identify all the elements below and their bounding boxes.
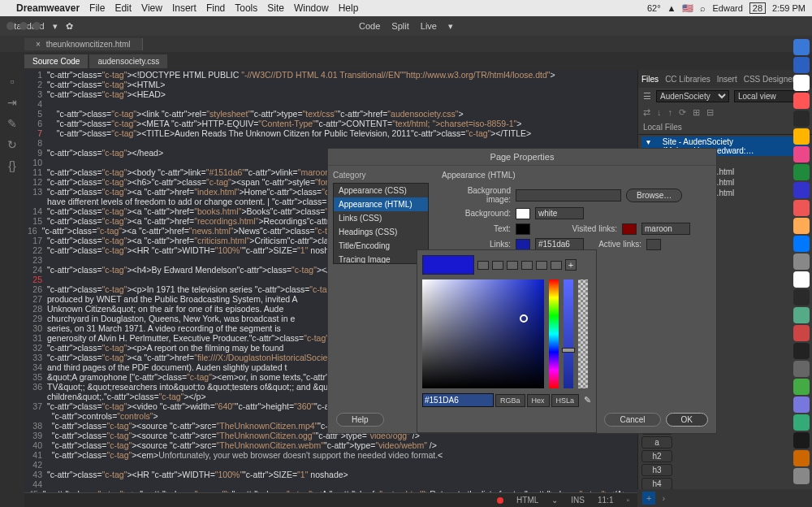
bg-swatch[interactable]	[516, 208, 530, 219]
menubar-time[interactable]: 2:59 PM	[772, 3, 806, 13]
help-button[interactable]: Help	[336, 413, 384, 427]
menu-file[interactable]: File	[89, 2, 105, 14]
links-input[interactable]	[535, 238, 584, 250]
search-icon[interactable]: ⌕	[700, 3, 706, 13]
panel-tab-insert[interactable]: Insert	[717, 75, 737, 84]
flag-icon[interactable]: 🇺🇸	[682, 3, 693, 14]
panel-footer[interactable]: + ›	[637, 489, 812, 507]
cancel-button[interactable]: Cancel	[604, 413, 660, 427]
chevron-down-icon[interactable]: ⌄	[551, 496, 558, 505]
view-live[interactable]: Live	[421, 21, 437, 32]
dock-app-icon[interactable]	[793, 218, 810, 234]
minimize-dot[interactable]	[19, 22, 28, 30]
get-icon[interactable]: ↓	[657, 107, 662, 118]
dock-app-icon[interactable]	[793, 254, 810, 270]
dock-app-icon[interactable]	[793, 200, 810, 216]
dock-app-icon[interactable]	[793, 307, 810, 323]
panel-tab-files[interactable]: Files	[641, 75, 659, 84]
status-mode[interactable]: INS	[571, 496, 585, 505]
cat-tracing-image[interactable]: Tracing Image	[334, 253, 428, 264]
dock-app-icon[interactable]	[793, 164, 810, 180]
dock-app-icon[interactable]	[793, 414, 810, 431]
dock-app-icon[interactable]	[793, 146, 810, 162]
gear-icon[interactable]: ✿	[66, 21, 73, 32]
up-icon[interactable]: ›	[662, 493, 665, 503]
alpha-slider[interactable]	[578, 280, 588, 388]
menu-insert[interactable]: Insert	[172, 2, 197, 14]
cat-headings-css[interactable]: Headings (CSS)	[334, 225, 428, 239]
mode-rgba[interactable]: RGBa	[495, 394, 525, 407]
expand-icon[interactable]: ⊞	[693, 107, 700, 118]
document-tab[interactable]: × theunknowncitizen.html	[24, 38, 143, 50]
active-swatch[interactable]	[646, 239, 661, 250]
source-tab-css[interactable]: audensociety.css	[89, 54, 167, 68]
put-icon[interactable]: ↑	[668, 107, 673, 118]
panel-tab-cc[interactable]: CC Libraries	[665, 75, 710, 84]
bg-color-input[interactable]	[535, 207, 584, 219]
error-indicator[interactable]	[497, 497, 503, 504]
cat-appearance-html[interactable]: Appearance (HTML)	[334, 197, 428, 211]
swatch[interactable]	[536, 261, 547, 270]
overlay-icon[interactable]: ▫	[626, 496, 629, 505]
menu-window[interactable]: Window	[294, 2, 329, 14]
lightness-slider[interactable]	[564, 280, 573, 388]
dock-app-icon[interactable]	[793, 325, 810, 341]
dock-app-icon[interactable]	[793, 110, 810, 127]
panel-tab-cssd[interactable]: CSS Designer	[744, 75, 795, 84]
visited-input[interactable]	[641, 223, 690, 235]
dock-app-icon[interactable]	[793, 343, 810, 359]
sync2-icon[interactable]: ⟳	[679, 107, 686, 118]
hue-slider[interactable]	[549, 280, 559, 388]
browse-button[interactable]: Browse…	[626, 188, 682, 202]
mode-hsla[interactable]: HSLa	[551, 394, 580, 407]
macos-dock[interactable]	[793, 39, 810, 484]
eyedropper-icon[interactable]: ✎	[584, 395, 591, 405]
swatch[interactable]	[477, 261, 489, 270]
dom-tag[interactable]: a	[641, 436, 672, 448]
cat-title-encoding[interactable]: Title/Encoding	[334, 239, 428, 253]
menu-view[interactable]: View	[141, 2, 162, 14]
dom-tag[interactable]: h2	[641, 450, 672, 462]
view-split[interactable]: Split	[391, 21, 408, 32]
dock-app-icon[interactable]	[793, 450, 810, 466]
collapse-icon[interactable]: ⇥	[7, 96, 17, 109]
bg-image-input[interactable]	[516, 189, 621, 202]
source-tab-active[interactable]: Source Code	[24, 54, 88, 68]
chevron-down-icon[interactable]: ▾	[448, 21, 453, 32]
view-code[interactable]: Code	[359, 21, 380, 32]
menu-find[interactable]: Find	[206, 2, 225, 14]
category-list[interactable]: Appearance (CSS) Appearance (HTML) Links…	[333, 183, 429, 264]
cat-links-css[interactable]: Links (CSS)	[334, 211, 428, 225]
menu-site[interactable]: Site	[267, 2, 284, 14]
connect-icon[interactable]: ⇄	[643, 107, 650, 118]
wand-icon[interactable]: ✎	[7, 117, 17, 130]
dock-app-icon[interactable]	[793, 468, 810, 484]
refresh-icon[interactable]: ↻	[7, 138, 17, 151]
dock-app-icon[interactable]	[793, 75, 810, 91]
file-icon[interactable]: ▫	[11, 75, 15, 88]
ok-button[interactable]: OK	[666, 413, 708, 427]
dock-app-icon[interactable]	[793, 93, 810, 109]
dock-app-icon[interactable]	[793, 39, 810, 55]
dock-app-icon[interactable]	[793, 236, 810, 252]
dom-tag[interactable]: h4	[641, 478, 672, 490]
close-dot[interactable]	[6, 22, 15, 30]
collapse2-icon[interactable]: ⊟	[706, 107, 714, 118]
dock-app-icon[interactable]	[793, 128, 810, 145]
dom-tag[interactable]: h3	[641, 464, 672, 476]
macos-menubar[interactable]: Dreamweaver File Edit View Insert Find T…	[0, 0, 812, 16]
hex-input[interactable]	[422, 393, 494, 407]
chevron-down-icon[interactable]: ▾	[53, 21, 58, 32]
dock-app-icon[interactable]	[793, 432, 810, 448]
cat-appearance-css[interactable]: Appearance (CSS)	[334, 184, 428, 197]
app-name[interactable]: Dreamweaver	[16, 2, 80, 14]
dock-app-icon[interactable]	[793, 182, 810, 198]
dock-app-icon[interactable]	[793, 289, 810, 306]
close-icon[interactable]: ×	[36, 40, 41, 49]
menu-tools[interactable]: Tools	[235, 2, 257, 14]
dock-app-icon[interactable]	[793, 361, 810, 377]
gradient-thumb[interactable]	[520, 314, 528, 323]
dock-app-icon[interactable]	[793, 396, 810, 413]
brackets-icon[interactable]: {}	[8, 159, 15, 172]
window-controls[interactable]	[6, 22, 41, 30]
